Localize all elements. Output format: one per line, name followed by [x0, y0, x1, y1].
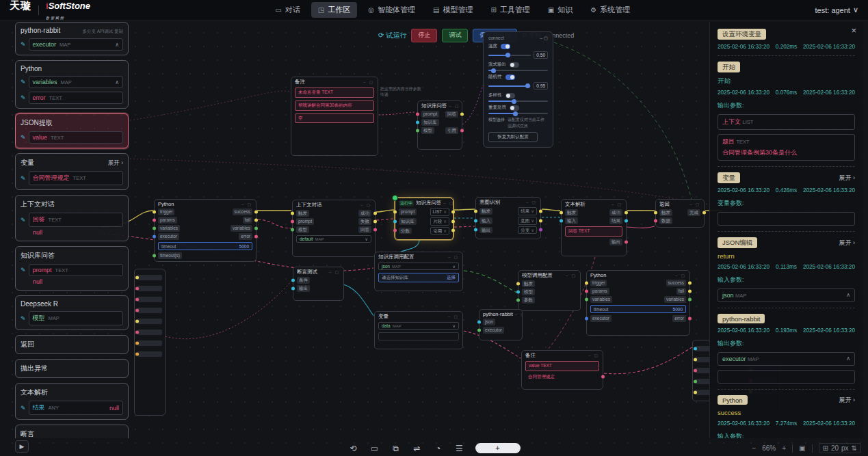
node-header[interactable]: 模型调用配置‒ ▢	[518, 271, 580, 280]
edit-icon[interactable]: ✎	[21, 267, 26, 273]
expand-button[interactable]: 展开 ›	[839, 239, 856, 247]
param-toggle[interactable]	[510, 62, 519, 68]
node-header[interactable]: Python‒ ▢	[155, 200, 256, 208]
node-input[interactable]: timeout5000	[590, 305, 686, 313]
sidebar-card-变量[interactable]: 变量展开 ›✎合同管理规定TEXT	[15, 153, 129, 190]
expand-button[interactable]: 展开 ›	[108, 159, 123, 167]
input-port-dot[interactable]	[585, 282, 588, 285]
sidebar-card-Python[interactable]: Python✎variablesMAP∧✎errorTEXT	[15, 60, 129, 109]
comment-text-box[interactable]: value TEXT	[525, 361, 599, 371]
node-window-controls[interactable]: ‒ ▢	[448, 314, 459, 319]
node-select[interactable]: dataMAP∨	[378, 322, 459, 330]
nav-item-工具管理[interactable]: ⊞工具管理	[484, 2, 536, 18]
param-toggle[interactable]	[505, 75, 515, 80]
input-port-dot[interactable]	[560, 211, 563, 215]
expand-button[interactable]: 展开 ›	[839, 396, 856, 405]
outline-icon[interactable]: ☰	[454, 444, 465, 453]
param-box[interactable]	[718, 370, 855, 384]
output-port-dot[interactable]	[688, 317, 692, 321]
slider-track[interactable]	[488, 113, 548, 114]
input-port-dot[interactable]	[153, 227, 156, 230]
input-port-dot[interactable]	[585, 298, 588, 301]
port-dot[interactable]	[135, 298, 139, 301]
input-port-dot[interactable]	[153, 211, 156, 214]
slider-knob[interactable]	[491, 68, 496, 73]
node-comment-node[interactable]: 备注‒ ▢未命名变量 TEXT把这里的内容当作参数传递帮我讲解合同第30条的内容…	[291, 77, 378, 156]
field-box[interactable]: promptTEXT	[29, 264, 123, 276]
comment-text-box[interactable]: 空	[295, 113, 374, 124]
chevron-up-icon[interactable]: ∧	[846, 356, 850, 362]
node-return-node[interactable]: 返回‒ ▢触发完成数据	[655, 199, 705, 228]
input-port-dot[interactable]	[291, 212, 294, 215]
sidebar-card-上下文对话[interactable]: 上下文对话✎回答TEXTnull	[15, 195, 129, 241]
node-kb-selected[interactable]: 运行中知识库问答‒ ▢promptLIST∨知识库片段∨分数引用∨	[395, 198, 453, 240]
node-input[interactable]: timeout5000	[158, 242, 252, 250]
output-port-dot[interactable]	[624, 219, 628, 223]
node-parse[interactable]: 文本解析‒ ▢触发成功输入结果回答 TEXT输出	[561, 199, 627, 256]
debug-button[interactable]: 调试	[442, 29, 468, 42]
output-select[interactable]: 片段∨	[430, 217, 449, 226]
node-input[interactable]: 请选择知识库选择	[378, 273, 459, 282]
node-window-controls[interactable]: ‒ ▢	[363, 80, 374, 84]
node-window-controls[interactable]: ‒ ▢	[566, 273, 577, 278]
param-toggle[interactable]	[505, 93, 515, 98]
input-port-dot[interactable]	[560, 219, 563, 223]
node-python-rabbit-node[interactable]: python-rabbit‒ ▢jsonexecutor	[479, 309, 523, 340]
chevron-up-icon[interactable]: ∧	[115, 42, 119, 48]
field-box[interactable]: executorMAP∧	[29, 38, 123, 51]
sidebar-card-文本解析[interactable]: 文本解析✎结果ANYnull	[15, 383, 129, 420]
input-port-dot[interactable]	[654, 211, 657, 215]
node-window-controls[interactable]: ‒ ▢	[360, 203, 371, 207]
input-port-dot[interactable]	[393, 229, 397, 232]
nav-item-工作区[interactable]: ◳工作区	[311, 2, 357, 18]
input-port-dot[interactable]	[153, 219, 156, 222]
input-port-dot[interactable]	[585, 317, 588, 321]
flow-icon[interactable]: ⇌	[412, 444, 423, 453]
output-select[interactable]: 分支∨	[518, 226, 537, 234]
run-button[interactable]: ⟳ 试运行	[378, 31, 406, 40]
field-box[interactable]: variablesMAP∧	[29, 76, 123, 88]
reset-default-button[interactable]: 恢复为默认配置	[488, 132, 538, 142]
output-select[interactable]: LIST∨	[430, 208, 450, 216]
node-model-config[interactable]: 模型调用配置‒ ▢触发模型参数	[518, 270, 581, 311]
comment-text-box[interactable]: 回答 TEXT	[565, 226, 622, 237]
port-dot[interactable]	[135, 342, 139, 345]
node-kb-top[interactable]: 知识库问答‒ ▢prompt回答知识库模型引用	[417, 100, 462, 150]
param-toggle[interactable]	[510, 105, 519, 111]
node-header[interactable]: 意图识别‒ ▢	[476, 198, 540, 206]
port-dot[interactable]	[694, 391, 697, 394]
undo-icon[interactable]: ⟲	[348, 444, 359, 453]
node-ctx-1[interactable]: 上下文对话‒ ▢触发成功prompt失败模型回答defaultMAP∨	[292, 200, 376, 257]
param-box[interactable]	[718, 212, 855, 226]
input-port-dot[interactable]	[516, 282, 520, 286]
node-header[interactable]: 上下文对话‒ ▢	[293, 200, 375, 209]
chevron-up-icon[interactable]: ∧	[115, 79, 119, 85]
node-header[interactable]: Python‒ ▢	[587, 271, 689, 279]
edit-icon[interactable]: ✎	[21, 94, 26, 101]
port-dot[interactable]	[694, 358, 697, 362]
edit-icon[interactable]: ✎	[21, 217, 26, 224]
output-select[interactable]: 结果∨	[518, 207, 537, 215]
edit-icon[interactable]: ✎	[21, 41, 26, 48]
nav-item-知识[interactable]: ▣知识	[541, 2, 579, 18]
field-box[interactable]: 模型MAP	[29, 311, 123, 325]
node-header[interactable]: python-rabbit‒ ▢	[479, 310, 522, 318]
input-port-dot[interactable]	[291, 220, 294, 224]
sidebar-card-抛出异常[interactable]: 抛出异常	[15, 359, 129, 378]
input-port-dot[interactable]	[393, 219, 397, 223]
output-port-dot[interactable]	[688, 298, 692, 301]
nav-item-系统管理[interactable]: ⚙系统管理	[583, 2, 637, 18]
output-port-dot[interactable]	[451, 229, 455, 232]
node-kb-config[interactable]: 知识库调用配置‒ ▢jsonMAP∨请选择知识库选择	[374, 252, 463, 291]
output-port-dot[interactable]	[688, 282, 692, 285]
minimap-icon[interactable]: ▭	[369, 444, 380, 453]
chevron-up-icon[interactable]: ∧	[846, 292, 850, 298]
node-header[interactable]: 备注‒ ▢	[522, 351, 603, 360]
port-dot[interactable]	[135, 320, 139, 323]
expand-button[interactable]: 展开 ›	[839, 174, 856, 183]
nav-item-智能体管理[interactable]: ◎智能体管理	[361, 2, 422, 18]
output-port-dot[interactable]	[254, 235, 258, 239]
output-port-dot[interactable]	[539, 209, 542, 213]
output-port-dot[interactable]	[624, 211, 628, 215]
node-select[interactable]: jsonMAP∨	[378, 263, 459, 270]
